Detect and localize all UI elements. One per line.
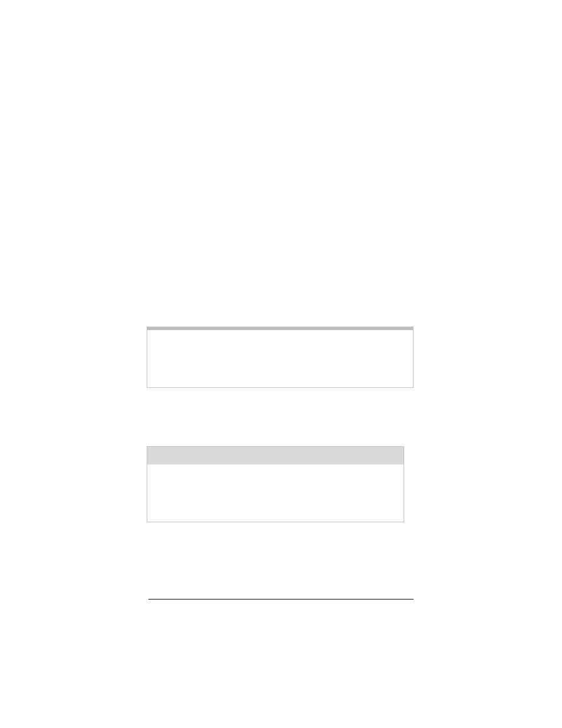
panel-2-header [147,447,404,465]
divider [148,599,414,599]
panel-2 [147,446,404,522]
panel-1 [147,327,414,388]
